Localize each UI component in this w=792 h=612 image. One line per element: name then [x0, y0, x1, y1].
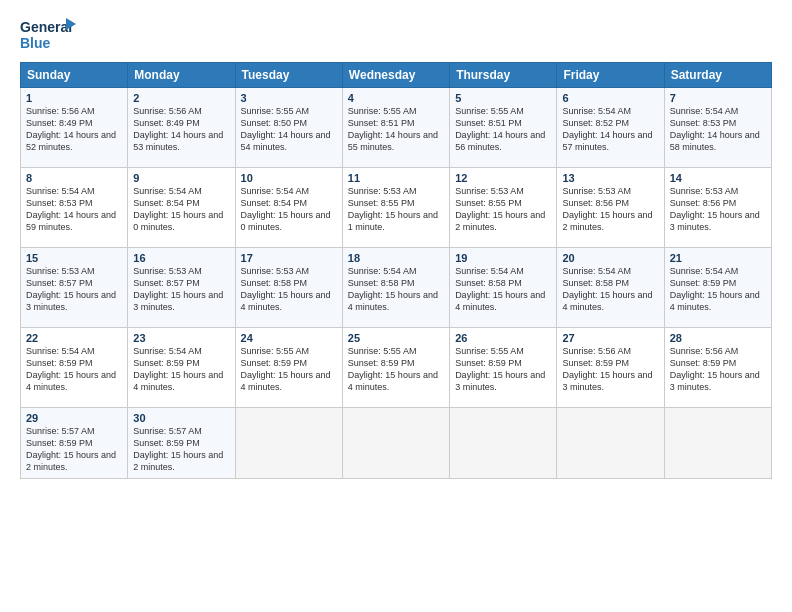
- calendar-cell: 20Sunrise: 5:54 AMSunset: 8:58 PMDayligh…: [557, 248, 664, 328]
- day-number: 20: [562, 252, 658, 264]
- day-number: 18: [348, 252, 444, 264]
- day-number: 2: [133, 92, 229, 104]
- logo-svg: GeneralBlue: [20, 16, 76, 52]
- day-info: Sunrise: 5:53 AMSunset: 8:58 PMDaylight:…: [241, 265, 337, 314]
- day-info: Sunrise: 5:55 AMSunset: 8:59 PMDaylight:…: [348, 345, 444, 394]
- calendar-cell: 23Sunrise: 5:54 AMSunset: 8:59 PMDayligh…: [128, 328, 235, 408]
- weekday-header-tuesday: Tuesday: [235, 63, 342, 88]
- day-number: 19: [455, 252, 551, 264]
- day-info: Sunrise: 5:53 AMSunset: 8:57 PMDaylight:…: [133, 265, 229, 314]
- weekday-header-saturday: Saturday: [664, 63, 771, 88]
- week-row-5: 29Sunrise: 5:57 AMSunset: 8:59 PMDayligh…: [21, 408, 772, 479]
- day-number: 10: [241, 172, 337, 184]
- calendar-cell: 6Sunrise: 5:54 AMSunset: 8:52 PMDaylight…: [557, 88, 664, 168]
- day-number: 11: [348, 172, 444, 184]
- day-info: Sunrise: 5:54 AMSunset: 8:59 PMDaylight:…: [133, 345, 229, 394]
- weekday-header-friday: Friday: [557, 63, 664, 88]
- calendar-cell: 25Sunrise: 5:55 AMSunset: 8:59 PMDayligh…: [342, 328, 449, 408]
- day-info: Sunrise: 5:54 AMSunset: 8:59 PMDaylight:…: [26, 345, 122, 394]
- day-info: Sunrise: 5:56 AMSunset: 8:49 PMDaylight:…: [133, 105, 229, 154]
- day-number: 4: [348, 92, 444, 104]
- day-number: 26: [455, 332, 551, 344]
- calendar-cell: 9Sunrise: 5:54 AMSunset: 8:54 PMDaylight…: [128, 168, 235, 248]
- calendar-cell: 16Sunrise: 5:53 AMSunset: 8:57 PMDayligh…: [128, 248, 235, 328]
- day-info: Sunrise: 5:55 AMSunset: 8:50 PMDaylight:…: [241, 105, 337, 154]
- day-number: 6: [562, 92, 658, 104]
- week-row-4: 22Sunrise: 5:54 AMSunset: 8:59 PMDayligh…: [21, 328, 772, 408]
- calendar-cell: 19Sunrise: 5:54 AMSunset: 8:58 PMDayligh…: [450, 248, 557, 328]
- calendar-cell: 4Sunrise: 5:55 AMSunset: 8:51 PMDaylight…: [342, 88, 449, 168]
- day-info: Sunrise: 5:56 AMSunset: 8:49 PMDaylight:…: [26, 105, 122, 154]
- calendar-cell: 11Sunrise: 5:53 AMSunset: 8:55 PMDayligh…: [342, 168, 449, 248]
- day-number: 12: [455, 172, 551, 184]
- day-info: Sunrise: 5:54 AMSunset: 8:58 PMDaylight:…: [455, 265, 551, 314]
- calendar-cell: 8Sunrise: 5:54 AMSunset: 8:53 PMDaylight…: [21, 168, 128, 248]
- day-info: Sunrise: 5:54 AMSunset: 8:58 PMDaylight:…: [348, 265, 444, 314]
- svg-text:Blue: Blue: [20, 35, 51, 51]
- calendar-cell: 21Sunrise: 5:54 AMSunset: 8:59 PMDayligh…: [664, 248, 771, 328]
- day-number: 14: [670, 172, 766, 184]
- calendar-cell: 29Sunrise: 5:57 AMSunset: 8:59 PMDayligh…: [21, 408, 128, 479]
- day-info: Sunrise: 5:56 AMSunset: 8:59 PMDaylight:…: [670, 345, 766, 394]
- day-info: Sunrise: 5:54 AMSunset: 8:53 PMDaylight:…: [670, 105, 766, 154]
- day-info: Sunrise: 5:57 AMSunset: 8:59 PMDaylight:…: [26, 425, 122, 474]
- day-number: 15: [26, 252, 122, 264]
- calendar-cell: [235, 408, 342, 479]
- day-info: Sunrise: 5:54 AMSunset: 8:53 PMDaylight:…: [26, 185, 122, 234]
- logo: GeneralBlue: [20, 16, 76, 52]
- weekday-header-row: SundayMondayTuesdayWednesdayThursdayFrid…: [21, 63, 772, 88]
- calendar-cell: 10Sunrise: 5:54 AMSunset: 8:54 PMDayligh…: [235, 168, 342, 248]
- day-info: Sunrise: 5:55 AMSunset: 8:51 PMDaylight:…: [455, 105, 551, 154]
- day-info: Sunrise: 5:55 AMSunset: 8:59 PMDaylight:…: [241, 345, 337, 394]
- day-info: Sunrise: 5:55 AMSunset: 8:51 PMDaylight:…: [348, 105, 444, 154]
- calendar-cell: 15Sunrise: 5:53 AMSunset: 8:57 PMDayligh…: [21, 248, 128, 328]
- day-number: 17: [241, 252, 337, 264]
- calendar-cell: [664, 408, 771, 479]
- day-info: Sunrise: 5:56 AMSunset: 8:59 PMDaylight:…: [562, 345, 658, 394]
- day-number: 21: [670, 252, 766, 264]
- calendar-cell: [557, 408, 664, 479]
- day-number: 5: [455, 92, 551, 104]
- day-info: Sunrise: 5:53 AMSunset: 8:55 PMDaylight:…: [348, 185, 444, 234]
- calendar-cell: 3Sunrise: 5:55 AMSunset: 8:50 PMDaylight…: [235, 88, 342, 168]
- day-number: 30: [133, 412, 229, 424]
- day-info: Sunrise: 5:54 AMSunset: 8:59 PMDaylight:…: [670, 265, 766, 314]
- day-info: Sunrise: 5:55 AMSunset: 8:59 PMDaylight:…: [455, 345, 551, 394]
- day-number: 3: [241, 92, 337, 104]
- week-row-3: 15Sunrise: 5:53 AMSunset: 8:57 PMDayligh…: [21, 248, 772, 328]
- day-number: 9: [133, 172, 229, 184]
- calendar-cell: 26Sunrise: 5:55 AMSunset: 8:59 PMDayligh…: [450, 328, 557, 408]
- day-number: 28: [670, 332, 766, 344]
- day-info: Sunrise: 5:54 AMSunset: 8:54 PMDaylight:…: [241, 185, 337, 234]
- weekday-header-thursday: Thursday: [450, 63, 557, 88]
- calendar-cell: 1Sunrise: 5:56 AMSunset: 8:49 PMDaylight…: [21, 88, 128, 168]
- weekday-header-monday: Monday: [128, 63, 235, 88]
- svg-text:General: General: [20, 19, 72, 35]
- day-info: Sunrise: 5:54 AMSunset: 8:54 PMDaylight:…: [133, 185, 229, 234]
- weekday-header-wednesday: Wednesday: [342, 63, 449, 88]
- day-number: 8: [26, 172, 122, 184]
- calendar-cell: 18Sunrise: 5:54 AMSunset: 8:58 PMDayligh…: [342, 248, 449, 328]
- day-info: Sunrise: 5:54 AMSunset: 8:58 PMDaylight:…: [562, 265, 658, 314]
- day-number: 1: [26, 92, 122, 104]
- calendar-cell: 27Sunrise: 5:56 AMSunset: 8:59 PMDayligh…: [557, 328, 664, 408]
- calendar-cell: 28Sunrise: 5:56 AMSunset: 8:59 PMDayligh…: [664, 328, 771, 408]
- calendar-cell: 17Sunrise: 5:53 AMSunset: 8:58 PMDayligh…: [235, 248, 342, 328]
- day-number: 16: [133, 252, 229, 264]
- day-number: 29: [26, 412, 122, 424]
- day-number: 22: [26, 332, 122, 344]
- calendar-cell: 7Sunrise: 5:54 AMSunset: 8:53 PMDaylight…: [664, 88, 771, 168]
- calendar-table: SundayMondayTuesdayWednesdayThursdayFrid…: [20, 62, 772, 479]
- calendar-cell: 13Sunrise: 5:53 AMSunset: 8:56 PMDayligh…: [557, 168, 664, 248]
- header: GeneralBlue: [20, 16, 772, 52]
- day-number: 24: [241, 332, 337, 344]
- day-number: 23: [133, 332, 229, 344]
- day-number: 27: [562, 332, 658, 344]
- calendar-cell: [342, 408, 449, 479]
- calendar-cell: 14Sunrise: 5:53 AMSunset: 8:56 PMDayligh…: [664, 168, 771, 248]
- calendar-cell: 24Sunrise: 5:55 AMSunset: 8:59 PMDayligh…: [235, 328, 342, 408]
- day-info: Sunrise: 5:57 AMSunset: 8:59 PMDaylight:…: [133, 425, 229, 474]
- calendar-cell: 30Sunrise: 5:57 AMSunset: 8:59 PMDayligh…: [128, 408, 235, 479]
- weekday-header-sunday: Sunday: [21, 63, 128, 88]
- calendar-cell: 5Sunrise: 5:55 AMSunset: 8:51 PMDaylight…: [450, 88, 557, 168]
